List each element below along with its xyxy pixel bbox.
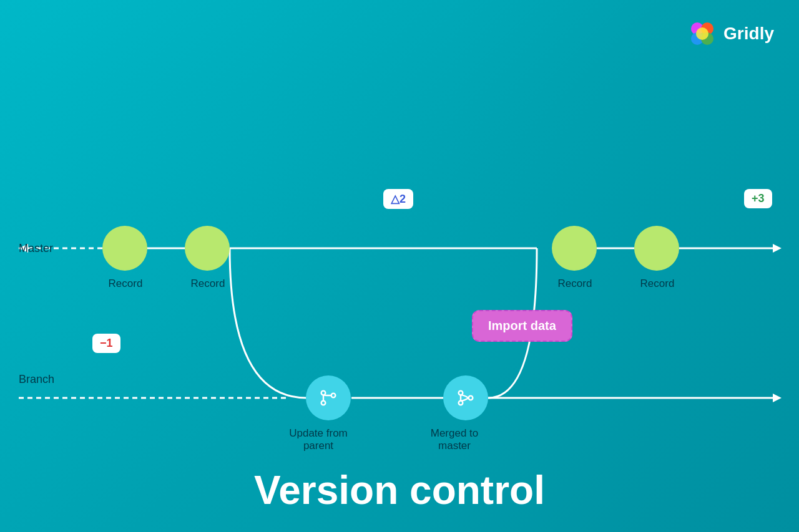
- branch-label: Branch: [19, 373, 54, 386]
- version-control-title: Version control: [0, 467, 799, 513]
- svg-marker-11: [773, 244, 782, 253]
- svg-point-4: [696, 27, 708, 40]
- badge-plus: +3: [744, 189, 772, 208]
- master-node-2-label: Record: [174, 278, 242, 290]
- master-node-4-label: Record: [623, 278, 692, 290]
- master-node-3-label: Record: [541, 278, 609, 290]
- badge-minus: −1: [92, 334, 120, 353]
- master-node-3: [552, 226, 597, 271]
- logo-text: Gridly: [723, 24, 774, 44]
- svg-point-16: [321, 391, 326, 395]
- badge-delta: △2: [383, 189, 413, 209]
- branch-node-2: [443, 375, 488, 420]
- master-node-4: [634, 226, 679, 271]
- svg-marker-15: [773, 394, 782, 402]
- master-node-1-label: Record: [91, 278, 160, 290]
- svg-point-17: [321, 401, 326, 405]
- master-node-1: [102, 226, 147, 271]
- svg-point-22: [469, 396, 473, 400]
- diagram: Master Branch Record Record Record Recor…: [0, 87, 799, 412]
- branch-node-1: [306, 375, 351, 420]
- import-data-box: Import data: [472, 310, 572, 342]
- branch-node-2-label: Merged tomaster: [417, 427, 492, 452]
- branch-node-1-label: Update fromparent: [281, 427, 356, 452]
- merge-icon: [456, 388, 476, 408]
- svg-point-18: [331, 394, 336, 398]
- gridly-logo-icon: [687, 19, 717, 49]
- branch-icon: [318, 388, 338, 408]
- master-label: Master: [19, 242, 53, 255]
- master-node-2: [185, 226, 230, 271]
- logo: Gridly: [687, 19, 774, 49]
